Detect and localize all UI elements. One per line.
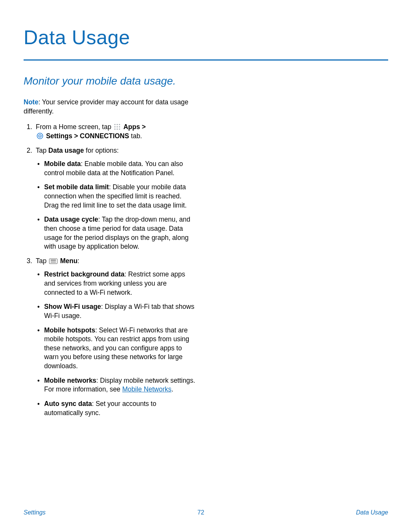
- svg-point-0: [115, 124, 116, 125]
- step-3-bullets: Restrict background data: Restrict some …: [36, 270, 197, 417]
- apps-grid-icon: [114, 123, 121, 130]
- svg-point-7: [117, 129, 118, 130]
- bullet-bold: Mobile data: [44, 160, 81, 168]
- page-subtitle: Monitor your mobile data usage.: [24, 75, 388, 87]
- note-text: : Your service provider may account for …: [24, 98, 188, 115]
- step-2-prefix: Tap: [36, 147, 48, 154]
- menu-icon: [49, 259, 57, 264]
- bullet-post: .: [172, 385, 174, 393]
- bullet-bold: Auto sync data: [44, 400, 92, 407]
- settings-gear-icon: [37, 133, 43, 139]
- page-title: Data Usage: [24, 26, 388, 49]
- svg-point-5: [119, 126, 120, 128]
- step-1-prefix: From a Home screen, tap: [36, 123, 113, 131]
- step-3-bold: Menu: [60, 257, 78, 265]
- page-footer: Settings 72 Data Usage: [0, 509, 411, 516]
- note-label: Note: [24, 98, 38, 106]
- step-2-bullets: Mobile data: Enable mobile data. You can…: [36, 160, 197, 251]
- step-1-settings-bold: Settings > CONNECTIONS: [46, 132, 129, 140]
- bullet-bold: Show Wi-Fi usage: [44, 303, 101, 310]
- step-1-apps-bold: Apps >: [123, 123, 146, 131]
- step-3-tail: :: [78, 257, 80, 265]
- step-3-prefix: Tap: [36, 257, 48, 265]
- svg-point-9: [37, 133, 43, 139]
- footer-left: Settings: [24, 509, 46, 516]
- step-2: Tap Data usage for options: Mobile data:…: [24, 146, 197, 251]
- step-1: From a Home screen, tap Apps >: [24, 123, 197, 141]
- list-item: Auto sync data: Set your accounts to aut…: [36, 399, 197, 417]
- list-item: Set mobile data limit: Disable your mobi…: [36, 183, 197, 210]
- list-item: Restrict background data: Restrict some …: [36, 270, 197, 297]
- bullet-bold: Data usage cycle: [44, 216, 98, 223]
- step-2-tail: for options:: [84, 147, 118, 154]
- list-item: Mobile hotspots: Select Wi-Fi networks t…: [36, 326, 197, 371]
- page: Data Usage Monitor your mobile data usag…: [0, 0, 411, 532]
- steps-list: From a Home screen, tap Apps >: [24, 123, 197, 417]
- bullet-bold: Mobile networks: [44, 377, 96, 384]
- bullet-bold: Set mobile data limit: [44, 183, 109, 191]
- title-rule: [24, 59, 388, 61]
- svg-point-10: [39, 135, 41, 137]
- list-item: Show Wi-Fi usage: Display a Wi-Fi tab th…: [36, 302, 197, 320]
- svg-point-1: [117, 124, 118, 125]
- svg-point-4: [117, 126, 118, 128]
- step-3: Tap Menu: Restrict background data: Rest…: [24, 257, 197, 417]
- content-column: Note: Your service provider may account …: [24, 98, 197, 417]
- list-item: Mobile data: Enable mobile data. You can…: [36, 160, 197, 177]
- step-1-settings-tail: tab.: [129, 132, 142, 140]
- note-paragraph: Note: Your service provider may account …: [24, 98, 197, 116]
- svg-point-6: [115, 129, 116, 130]
- svg-point-2: [119, 124, 120, 125]
- bullet-bold: Mobile hotspots: [44, 326, 95, 334]
- mobile-networks-link[interactable]: Mobile Networks: [122, 385, 171, 393]
- footer-right: Data Usage: [356, 509, 388, 516]
- svg-point-8: [119, 129, 120, 130]
- list-item: Data usage cycle: Tap the drop-down menu…: [36, 215, 197, 251]
- footer-page-number: 72: [198, 509, 204, 516]
- step-2-bold: Data usage: [48, 147, 84, 154]
- list-item: Mobile networks: Display mobile network …: [36, 376, 197, 394]
- svg-point-3: [115, 126, 116, 128]
- bullet-bold: Restrict background data: [44, 270, 124, 278]
